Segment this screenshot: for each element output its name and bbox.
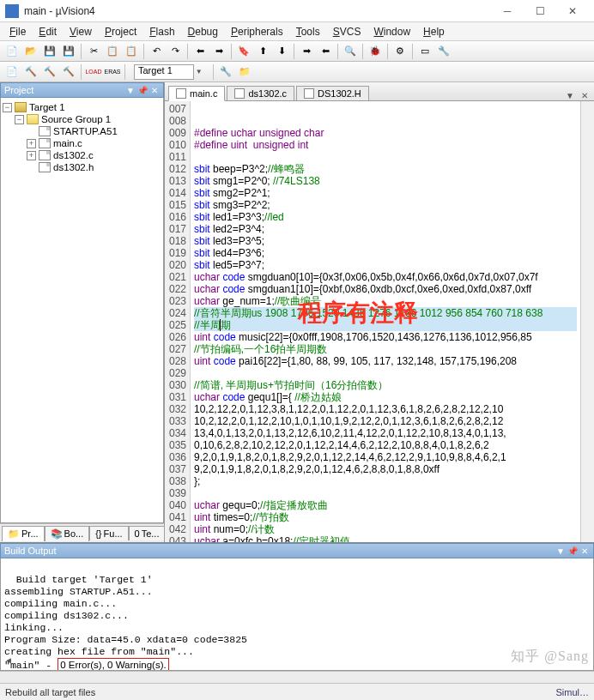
undo-button[interactable]: ↶	[148, 43, 165, 60]
expand-icon[interactable]: +	[27, 139, 36, 148]
options-button[interactable]: 🔧	[217, 63, 234, 81]
code-line[interactable]: sbit led4=P3^6;	[194, 247, 577, 259]
panel-dropdown-icon[interactable]: ▼	[563, 91, 577, 100]
code-line[interactable]	[194, 487, 577, 499]
save-button[interactable]: 💾	[41, 43, 58, 60]
code-line[interactable]: 10,2,12,2,0,1,12,2,10,1,0,1,10,1,9,2,12,…	[194, 415, 577, 427]
build-output-text[interactable]: Build target 'Target 1' assembling START…	[0, 558, 594, 671]
code-line[interactable]	[194, 151, 577, 163]
menu-window[interactable]: Window	[367, 24, 416, 39]
tool-button[interactable]: 🔧	[435, 43, 452, 60]
code-line[interactable]: uint code music[22]={0x0fff,1908,1706,15…	[194, 331, 577, 343]
code-editor[interactable]: 0070080090100110120130140150160170180190…	[165, 101, 594, 542]
vertical-scrollbar[interactable]	[580, 101, 594, 542]
tab-project[interactable]: 📁 Pr...	[2, 526, 45, 541]
menu-tools[interactable]: Tools	[290, 24, 326, 39]
menu-edit[interactable]: Edit	[33, 24, 63, 39]
tree-file[interactable]: +main.c	[3, 137, 161, 149]
tree-file[interactable]: +ds1302.c	[3, 149, 161, 161]
target-selector[interactable]: Target 1	[134, 64, 194, 80]
code-content[interactable]: #define uchar unsigned char#define uint …	[191, 101, 580, 542]
tree-target[interactable]: − Target 1	[3, 101, 161, 113]
config-button[interactable]: ⚙	[391, 43, 409, 60]
code-line[interactable]: #define uchar unsigned char	[194, 127, 577, 139]
paste-button[interactable]: 📋	[123, 43, 140, 60]
code-line[interactable]: sbit beep=P3^2;//蜂鸣器	[194, 163, 577, 175]
close-button[interactable]: ✕	[556, 1, 589, 21]
panel-close-icon[interactable]: ✕	[579, 546, 590, 556]
menu-view[interactable]: View	[64, 24, 98, 39]
code-line[interactable]: uchar code smgduan0[10]={0x3f,0x06,0x5b,…	[194, 271, 577, 283]
cut-button[interactable]: ✂	[85, 43, 102, 60]
code-line[interactable]: uint times=0;//节拍数	[194, 511, 577, 523]
redo-button[interactable]: ↷	[167, 43, 184, 60]
editor-tab[interactable]: ds1302.c	[227, 86, 294, 100]
save-all-button[interactable]: 💾	[60, 43, 77, 60]
code-line[interactable]: 13,4,0,1,13,2,0,1,13,2,12,6,10,2,11,4,12…	[194, 427, 577, 439]
tab-templates[interactable]: 0 Te...	[129, 526, 166, 540]
rebuild-button[interactable]: 🔨	[41, 63, 58, 81]
menu-debug[interactable]: Debug	[182, 24, 224, 39]
code-line[interactable]: 0,10,6,2,8,2,10,2,12,2,0,1,12,2,14,4,6,2…	[194, 439, 577, 451]
panel-dropdown-icon[interactable]: ▼	[555, 546, 566, 556]
outdent-button[interactable]: ⬅	[317, 43, 334, 60]
panel-close-icon[interactable]: ✕	[149, 85, 160, 95]
code-line[interactable]: uchar a=0xfc,b=0x18;//定时器初值	[194, 535, 577, 542]
copy-button[interactable]: 📋	[104, 43, 121, 60]
code-line[interactable]: uchar ge_num=1;//歌曲编号	[194, 295, 577, 307]
tree-group[interactable]: − Source Group 1	[3, 113, 161, 125]
tree-file[interactable]: STARTUP.A51	[3, 125, 161, 137]
code-line[interactable]: };	[194, 475, 577, 487]
panel-dropdown-icon[interactable]: ▼	[125, 85, 136, 95]
code-line[interactable]: //简谱, 半周期us+节拍时间（16分拍倍数）	[194, 379, 577, 391]
code-line[interactable]: //音符半周期us 1908 1706 1520 1436 1276 1136 …	[194, 307, 577, 319]
code-line[interactable]: #define uint unsigned int	[194, 139, 577, 151]
editor-tab[interactable]: DS1302.H	[296, 86, 369, 100]
scroll-left-icon[interactable]: ◄	[4, 655, 13, 667]
panel-pin-icon[interactable]: 📌	[137, 85, 148, 95]
code-line[interactable]: sbit led5=P3^7;	[194, 259, 577, 271]
debug-button[interactable]: 🐞	[367, 43, 384, 60]
code-line[interactable]: uint num=0;//计数	[194, 523, 577, 535]
bookmark-next-button[interactable]: ⬇	[273, 43, 290, 60]
bookmark-prev-button[interactable]: ⬆	[254, 43, 271, 60]
code-line[interactable]: 9,2,0,1,9,1,8,2,0,1,8,2,9,2,0,1,12,2,14,…	[194, 451, 577, 463]
code-line[interactable]: uchar code smgduan1[10]={0xbf,0x86,0xdb,…	[194, 283, 577, 295]
erase-button[interactable]: ERAS	[104, 63, 121, 81]
minimize-button[interactable]: ─	[491, 1, 524, 21]
nav-back-button[interactable]: ⬅	[191, 43, 209, 60]
indent-button[interactable]: ➡	[298, 43, 315, 60]
bookmark-button[interactable]: 🔖	[235, 43, 252, 60]
code-line[interactable]: sbit smg2=P2^1;	[194, 187, 577, 199]
nav-forward-button[interactable]: ➡	[210, 43, 227, 60]
code-line[interactable]: uchar code gequ1[]={ //桥边姑娘	[194, 391, 577, 403]
menu-svcs[interactable]: SVCS	[327, 24, 367, 39]
project-tree[interactable]: − Target 1 − Source Group 1 STARTUP.A51+…	[0, 98, 164, 523]
open-file-button[interactable]: 📂	[22, 43, 39, 60]
maximize-button[interactable]: ☐	[524, 1, 556, 21]
batch-build-button[interactable]: 🔨	[60, 63, 77, 81]
code-line[interactable]: 10,2,12,2,0,1,12,3,8,1,12,2,0,1,12,2,0,1…	[194, 403, 577, 415]
code-line[interactable]: sbit led2=P3^4;	[194, 223, 577, 235]
menu-flash[interactable]: Flash	[143, 24, 180, 39]
menu-project[interactable]: Project	[99, 24, 142, 39]
code-line[interactable]: //半周期	[194, 319, 577, 331]
editor-tab[interactable]: main.c	[168, 86, 225, 101]
code-line[interactable]	[194, 367, 577, 379]
download-button[interactable]: LOAD	[85, 63, 102, 81]
code-line[interactable]: sbit smg3=P2^2;	[194, 199, 577, 211]
menu-file[interactable]: File	[3, 24, 32, 39]
code-line[interactable]: sbit smg1=P2^0; //74LS138	[194, 175, 577, 187]
code-line[interactable]: sbit led1=P3^3;//led	[194, 211, 577, 223]
expand-icon[interactable]: +	[27, 151, 36, 160]
find-button[interactable]: 🔍	[342, 43, 359, 60]
translate-button[interactable]: 📄	[3, 63, 21, 81]
code-line[interactable]: sbit led3=P3^5;	[194, 235, 577, 247]
panel-close-icon[interactable]: ✕	[579, 91, 591, 100]
manage-button[interactable]: 📁	[236, 63, 253, 81]
collapse-icon[interactable]: −	[15, 115, 24, 124]
code-line[interactable]: uint code pai16[22]={1,80, 88, 99, 105, …	[194, 355, 577, 367]
code-line[interactable]: uchar gequ=0;//指定播放歌曲	[194, 499, 577, 511]
tree-file[interactable]: ds1302.h	[3, 161, 161, 173]
tab-books[interactable]: 📚 Bo...	[45, 526, 90, 541]
